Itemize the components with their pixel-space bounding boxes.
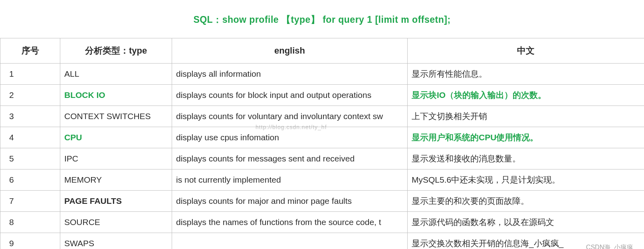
cell-chinese: 显示主要的和次要的页面故障。	[408, 191, 644, 212]
cell-english: displays counts for block input and outp…	[172, 85, 408, 106]
cell-chinese: 显示交换次数相关开销的信息海_小疯疯_	[408, 233, 644, 249]
cell-seq: 6	[0, 169, 60, 191]
profile-type-table: 序号 分析类型：type english 中文 1ALLdisplays all…	[0, 38, 644, 249]
cell-chinese: 显示所有性能信息。	[408, 64, 644, 85]
cell-type: SOURCE	[60, 212, 172, 233]
page-title: SQL：show profile 【type】 for query 1 [lim…	[0, 0, 644, 38]
cell-type: CPU	[60, 127, 172, 148]
table-row: 4CPUdisplay use cpus infomation显示用户和系统的C…	[0, 127, 644, 148]
cell-seq: 5	[0, 148, 60, 169]
cell-seq: 8	[0, 212, 60, 233]
col-header-seq: 序号	[0, 38, 60, 64]
table-row: 8SOURCEdisplays the names of functions f…	[0, 212, 644, 233]
cell-seq: 1	[0, 64, 60, 85]
cell-english: displays counts for messages sent and re…	[172, 148, 408, 169]
col-header-type: 分析类型：type	[60, 38, 172, 64]
cell-english: displays the names of functions from the…	[172, 212, 408, 233]
cell-english: displays counts for voluntary and involu…	[172, 106, 408, 127]
cell-type: CONTEXT SWITCHES	[60, 106, 172, 127]
cell-seq: 7	[0, 191, 60, 212]
col-header-english: english	[172, 38, 408, 64]
cell-seq: 4	[0, 127, 60, 148]
cell-type: SWAPS	[60, 233, 172, 249]
cell-seq: 3	[0, 106, 60, 127]
table-row: 6MEMORYis not currently implementedMySQL…	[0, 169, 644, 191]
table-row: 3CONTEXT SWITCHESdisplays counts for vol…	[0, 106, 644, 127]
cell-english: is not currently implemented	[172, 169, 408, 191]
cell-type: ALL	[60, 64, 172, 85]
cell-english: display use cpus infomation	[172, 127, 408, 148]
cell-english: displays all information	[172, 64, 408, 85]
cell-type: PAGE FAULTS	[60, 191, 172, 212]
cell-chinese: MySQL5.6中还未实现，只是计划实现。	[408, 169, 644, 191]
table-row: 7PAGE FAULTSdisplays counts for major an…	[0, 191, 644, 212]
cell-seq: 2	[0, 85, 60, 106]
cell-chinese: 显示用户和系统的CPU使用情况。	[408, 127, 644, 148]
table-header-row: 序号 分析类型：type english 中文	[0, 38, 644, 64]
table-row: 5IPCdisplays counts for messages sent an…	[0, 148, 644, 169]
cell-chinese: 上下文切换相关开销	[408, 106, 644, 127]
cell-english	[172, 233, 408, 249]
col-header-chinese: 中文	[408, 38, 644, 64]
cell-type: IPC	[60, 148, 172, 169]
cell-english: displays counts for major and minor page…	[172, 191, 408, 212]
table-row: 9SWAPS显示交换次数相关开销的信息海_小疯疯_	[0, 233, 644, 249]
table-row: 1ALLdisplays all information显示所有性能信息。	[0, 64, 644, 85]
cell-chinese: 显示源代码的函数名称，以及在源码文	[408, 212, 644, 233]
cell-seq: 9	[0, 233, 60, 249]
cell-type: BLOCK IO	[60, 85, 172, 106]
cell-chinese: 显示块IO（块的输入输出）的次数。	[408, 85, 644, 106]
cell-chinese: 显示发送和接收的消息数量。	[408, 148, 644, 169]
table-row: 2BLOCK IOdisplays counts for block input…	[0, 85, 644, 106]
cell-type: MEMORY	[60, 169, 172, 191]
